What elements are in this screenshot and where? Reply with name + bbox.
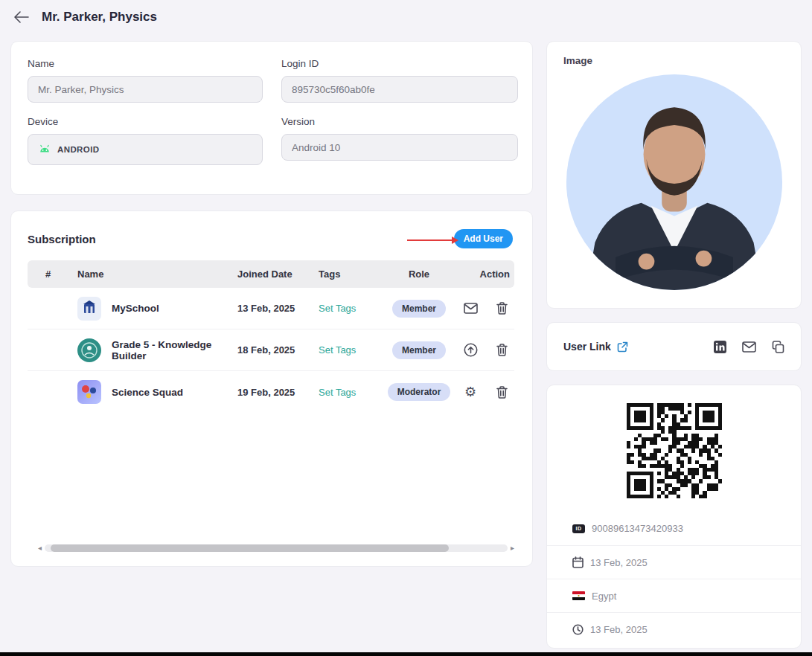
subscription-card: Subscription Add User # Name Joined Date…	[10, 210, 533, 567]
table-header-row: # Name Joined Date Tags Role Action	[28, 260, 514, 288]
set-tags-link[interactable]: Set Tags	[319, 387, 356, 398]
header-tags: Tags	[309, 268, 380, 280]
joined-date: 18 Feb, 2025	[227, 344, 309, 356]
version-input[interactable]	[281, 134, 518, 161]
user-link-label: User Link	[563, 341, 611, 353]
login-id-input[interactable]	[281, 76, 518, 103]
upload-circle-icon[interactable]	[462, 342, 479, 358]
version-label: Version	[281, 116, 518, 127]
group-name: MySchool	[112, 303, 159, 314]
scrollbar-track[interactable]	[45, 544, 508, 552]
table-row: MySchool 13 Feb, 2025 Set Tags Member	[28, 288, 514, 329]
horizontal-scrollbar: ◂ ▸	[38, 544, 514, 553]
qr-code	[625, 402, 723, 503]
device-label: Device	[28, 116, 263, 127]
device-field-group: Device ANDROID	[28, 116, 263, 165]
country-row: Egypt	[547, 579, 801, 612]
joined-date: 13 Feb, 2025	[227, 303, 309, 314]
role-badge: Member	[392, 300, 446, 318]
header-joined-date: Joined Date	[227, 268, 309, 280]
annotation-red-arrow	[407, 234, 459, 248]
set-tags-link[interactable]: Set Tags	[319, 344, 356, 356]
set-tags-link[interactable]: Set Tags	[319, 303, 356, 314]
android-icon	[38, 144, 51, 155]
joined-date-value: 13 Feb, 2025	[590, 557, 648, 568]
external-link-icon[interactable]	[616, 340, 630, 353]
subscription-title: Subscription	[28, 233, 96, 245]
role-badge: Moderator	[388, 383, 451, 401]
login-field-group: Login ID	[281, 58, 518, 103]
subscription-table: # Name Joined Date Tags Role Action MySc…	[28, 260, 514, 413]
last-seen-value: 13 Feb, 2025	[590, 624, 648, 635]
group-avatar	[77, 297, 101, 321]
joined-date-row: 13 Feb, 2025	[547, 545, 801, 579]
header-number: #	[28, 268, 72, 280]
scroll-left-icon[interactable]: ◂	[38, 544, 42, 552]
mail-icon[interactable]	[741, 338, 757, 355]
group-avatar	[77, 338, 101, 362]
bottom-bar	[0, 652, 812, 656]
group-name: Grade 5 - Knowledge Builder	[112, 339, 227, 361]
device-value-box: ANDROID	[28, 134, 263, 165]
clock-icon	[572, 624, 584, 635]
page-title: Mr. Parker, Physics	[42, 10, 157, 25]
device-value: ANDROID	[57, 145, 99, 154]
calendar-icon	[572, 556, 584, 568]
name-field-group: Name	[28, 58, 263, 103]
delete-icon[interactable]	[493, 384, 510, 400]
copy-icon[interactable]	[770, 338, 786, 355]
country-value: Egypt	[592, 591, 616, 602]
id-badge-icon: ID	[572, 524, 585, 533]
scrollbar-thumb[interactable]	[51, 544, 449, 552]
linkedin-icon[interactable]	[712, 338, 728, 355]
role-badge: Member	[392, 341, 446, 359]
scroll-right-icon[interactable]: ▸	[511, 544, 514, 552]
name-input[interactable]	[28, 76, 263, 103]
header-action: Action	[458, 268, 514, 280]
joined-date: 19 Feb, 2025	[227, 387, 309, 398]
page-header: Mr. Parker, Physics	[12, 6, 157, 28]
user-link-card: User Link	[546, 322, 802, 371]
login-id-label: Login ID	[281, 58, 518, 69]
group-avatar	[77, 380, 101, 404]
info-card: ID 90089613473420933 13 Feb, 2025 Egypt …	[546, 385, 802, 649]
name-label: Name	[28, 58, 263, 69]
group-name: Science Squad	[112, 387, 183, 398]
settings-icon[interactable]: ⚙	[462, 384, 479, 400]
add-user-button[interactable]: Add User	[454, 229, 513, 248]
back-arrow-icon[interactable]	[12, 7, 31, 27]
mail-icon[interactable]	[462, 300, 479, 317]
egypt-flag-icon	[572, 591, 585, 600]
table-row: Science Squad 19 Feb, 2025 Set Tags Mode…	[28, 371, 514, 413]
image-label: Image	[563, 55, 784, 66]
delete-icon[interactable]	[493, 300, 510, 317]
image-card: Image	[546, 41, 802, 309]
table-row: Grade 5 - Knowledge Builder 18 Feb, 2025…	[28, 329, 514, 371]
user-avatar	[564, 72, 784, 295]
version-field-group: Version	[281, 116, 518, 165]
header-role: Role	[380, 268, 458, 280]
user-id-row: ID 90089613473420933	[547, 512, 801, 545]
user-id-value: 90089613473420933	[592, 523, 683, 534]
last-seen-row: 13 Feb, 2025	[547, 612, 801, 646]
header-name: Name	[72, 268, 227, 280]
delete-icon[interactable]	[493, 342, 510, 358]
profile-card: Name Login ID Device ANDROID	[10, 41, 533, 195]
